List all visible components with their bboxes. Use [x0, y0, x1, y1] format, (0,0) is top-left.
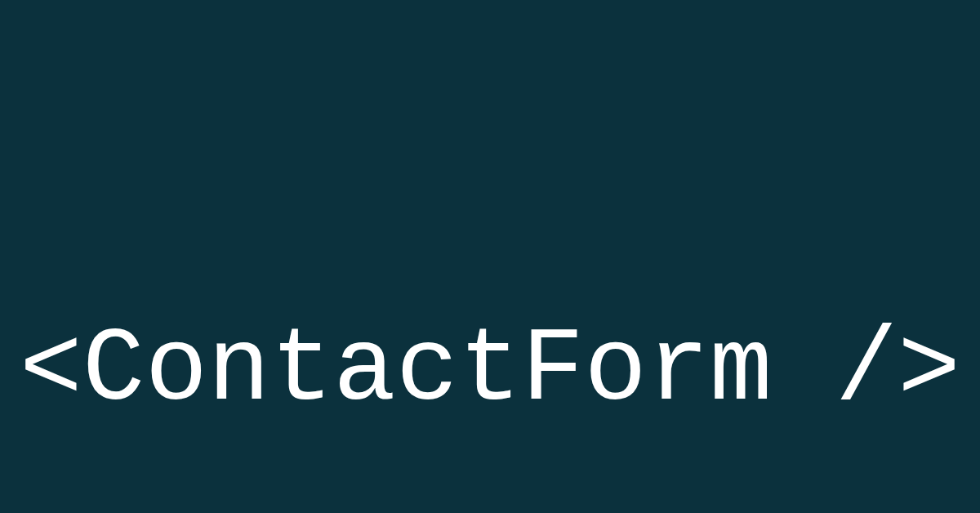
- component-tag-text: <ContactForm />: [20, 319, 960, 423]
